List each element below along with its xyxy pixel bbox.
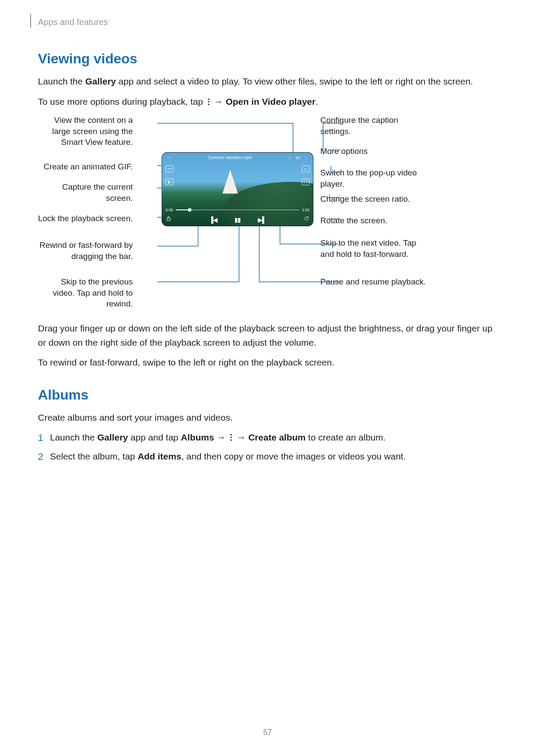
brightness-volume-paragraph: Drag your finger up or down on the left …	[38, 322, 496, 350]
callout-capture: Capture the current screen.	[38, 181, 133, 203]
callout-skip-previous: Skip to the previous video. Tap and hold…	[38, 276, 133, 309]
player-title-bar: ‹ Summer vacation.mp4 ⌂ cc ⋮	[162, 153, 313, 162]
heading-albums: Albums	[38, 387, 496, 403]
more-options-icon	[207, 98, 210, 106]
popup-player-icon[interactable]: ▭	[302, 166, 310, 172]
callout-gif: Create an animated GIF.	[38, 161, 133, 172]
svg-point-2	[208, 103, 209, 105]
svg-point-5	[231, 437, 232, 438]
heading-viewing-videos: Viewing videos	[38, 51, 496, 67]
text: →	[214, 432, 228, 442]
svg-point-0	[208, 98, 209, 100]
text: .	[316, 97, 318, 106]
app-name-gallery: Gallery	[85, 76, 116, 86]
callout-screen-ratio: Change the screen ratio.	[320, 194, 428, 205]
video-thumbnail	[162, 153, 313, 226]
video-player-mock: ‹ Summer vacation.mp4 ⌂ cc ⋮ ◧ ▭ ⛶ 0:05 …	[162, 153, 313, 226]
video-filename: Summer vacation.mp4	[173, 155, 286, 160]
callout-lock: Lock the playback screen.	[38, 213, 133, 224]
albums-intro: Create albums and sort your images and v…	[38, 411, 496, 425]
header-rule	[30, 14, 31, 28]
text: app and tap	[128, 432, 181, 442]
albums-tab-label: Albums	[181, 432, 214, 442]
callout-rotate-screen: Rotate the screen.	[320, 215, 428, 226]
step-2: 2 Select the album, tap Add items, and t…	[38, 450, 496, 464]
open-in-video-player-label: Open in Video player	[225, 97, 316, 106]
more-options-icon	[229, 434, 233, 441]
capture-icon[interactable]: ◧	[166, 178, 173, 185]
albums-steps: 1 Launch the Gallery app and tap Albums …	[38, 431, 496, 464]
progress-bar-row: 0:05 1:01	[166, 207, 310, 213]
seek-bar[interactable]	[176, 209, 300, 210]
page-number: 57	[0, 728, 535, 737]
player-left-icons: ◧	[166, 166, 173, 185]
gif-icon[interactable]	[166, 166, 173, 172]
smart-view-icon[interactable]: ⌂	[287, 154, 293, 160]
svg-point-4	[231, 434, 232, 436]
intro-paragraph: Launch the Gallery app and select a vide…	[38, 75, 496, 89]
create-album-label: Create album	[248, 432, 306, 442]
playback-controls: ▐◀ ▮▮ ▶▌	[162, 216, 313, 223]
step-1: 1 Launch the Gallery app and tap Albums …	[38, 431, 496, 445]
options-paragraph: To use more options during playback, tap…	[38, 95, 496, 109]
time-total: 1:01	[302, 208, 310, 212]
callout-popup-player: Switch to the pop-up video player.	[320, 167, 428, 189]
swipe-seek-paragraph: To rewind or fast-forward, swipe to the …	[38, 356, 496, 370]
svg-point-6	[231, 440, 232, 441]
callout-caption-settings: Configure the caption settings.	[320, 115, 428, 137]
video-player-diagram: View the content on a large screen using…	[38, 115, 496, 313]
text: to create an album.	[306, 432, 386, 442]
text: app and select a video to play. To view …	[116, 76, 473, 86]
step-number: 1	[38, 431, 50, 445]
screen-ratio-icon[interactable]: ⛶	[302, 178, 310, 185]
skip-previous-button[interactable]: ▐◀	[209, 216, 217, 223]
more-options-icon[interactable]: ⋮	[303, 154, 309, 160]
play-pause-button[interactable]: ▮▮	[235, 216, 241, 223]
text: Launch the	[38, 76, 85, 86]
step-number: 2	[38, 450, 50, 464]
player-right-icons: ▭ ⛶	[302, 166, 310, 185]
callout-pause-resume: Pause and resume playback.	[320, 276, 428, 287]
back-icon[interactable]: ‹	[166, 154, 172, 160]
callout-smart-view: View the content on a large screen using…	[38, 115, 133, 148]
text: Launch the	[50, 432, 97, 442]
callout-more-options: More options	[320, 146, 428, 157]
text: →	[212, 97, 226, 106]
caption-cc-icon[interactable]: cc	[295, 154, 301, 160]
rotate-icon[interactable]	[303, 216, 310, 223]
svg-point-1	[208, 101, 209, 102]
breadcrumb: Apps and features	[38, 17, 496, 27]
text: , and then copy or move the images or vi…	[181, 451, 406, 461]
text: To use more options during playback, tap	[38, 97, 206, 106]
time-current: 0:05	[166, 208, 173, 212]
text: →	[234, 432, 248, 442]
callout-skip-next: Skip to the next video. Tap and hold to …	[320, 237, 428, 259]
text: Select the album, tap	[50, 451, 138, 461]
add-items-label: Add items	[138, 451, 181, 461]
skip-next-button[interactable]: ▶▌	[258, 216, 266, 223]
app-name-gallery: Gallery	[97, 432, 128, 442]
callout-seek-bar: Rewind or fast-forward by dragging the b…	[38, 240, 133, 262]
